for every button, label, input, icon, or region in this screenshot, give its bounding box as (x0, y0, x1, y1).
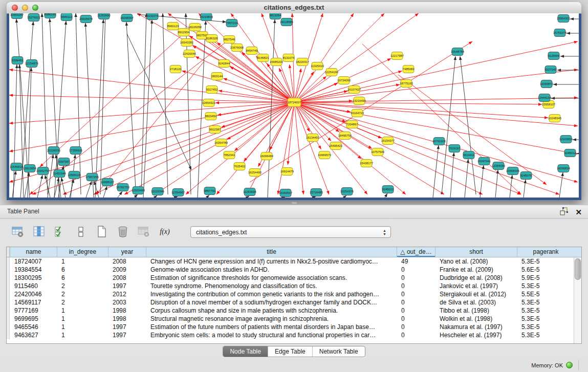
table-row[interactable]: 946554611997Estimation of the future num… (7, 323, 581, 331)
graph-node[interactable]: 12154876 (25, 60, 38, 68)
graph-node[interactable]: 8131074 (283, 54, 295, 62)
graph-node[interactable]: 7919197 (449, 145, 461, 152)
graph-node[interactable]: 8986160 (45, 13, 56, 18)
graph-node[interactable]: 16099484 (260, 152, 274, 160)
graph-node[interactable]: 16097041 (477, 158, 491, 165)
table-options-icon[interactable] (11, 225, 25, 238)
table-row[interactable]: 1872400712008Changes of HCN gene express… (7, 257, 581, 266)
tab-edge-table[interactable]: Edge Table (268, 346, 312, 357)
graph-node[interactable]: 20015678 (79, 15, 93, 23)
graph-node[interactable]: 13216490 (353, 97, 366, 105)
close-window-button[interactable] (12, 5, 18, 11)
graph-node[interactable]: 11546819 (10, 163, 23, 171)
table-row[interactable]: 969969511998Structural magnetic resonanc… (7, 315, 581, 323)
graph-node[interactable]: 9399481 (12, 57, 24, 64)
table-row[interactable]: 1938455462009Genome-wide association stu… (7, 266, 581, 274)
tab-node-table[interactable]: Node Table (223, 346, 268, 357)
select-attributes-icon[interactable] (53, 225, 67, 238)
graph-node[interactable]: 16354789 (214, 139, 228, 147)
graph-node[interactable]: 17359926 (69, 147, 82, 155)
graph-node[interactable]: 16033809 (200, 13, 213, 21)
graph-node[interactable]: 2803144 (211, 73, 223, 80)
graph-node[interactable]: 12254190 (325, 69, 338, 76)
table-row[interactable]: 977716911998Corpus callosum shape and si… (7, 307, 581, 315)
graph-node[interactable]: 16791906 (432, 138, 446, 145)
column-header-year[interactable]: year (108, 247, 146, 257)
rows-icon[interactable] (74, 225, 88, 238)
graph-node[interactable]: 12354090 (492, 162, 505, 170)
graph-node[interactable]: 16095834 (557, 165, 571, 172)
graph-node[interactable]: 17957255 (85, 173, 99, 181)
graph-node[interactable]: 16154377 (381, 137, 395, 145)
graph-node[interactable]: 22420046 (183, 50, 196, 58)
graph-node[interactable]: 12354987 (171, 189, 185, 196)
graph-node[interactable]: 9827546 (224, 36, 235, 43)
graph-node[interactable]: 18495754 (338, 132, 352, 140)
graph-node[interactable]: 15685203 (270, 58, 283, 66)
column-header-name[interactable]: name (10, 247, 57, 257)
graph-node[interactable]: 16107427 (347, 86, 361, 94)
graph-node[interactable]: 9146821 (257, 54, 269, 62)
graph-node[interactable]: 9646112 (61, 13, 72, 21)
graph-node[interactable]: 8823450 (205, 113, 217, 120)
graph-node[interactable]: 7857224 (226, 19, 238, 27)
column-header-title[interactable]: title (146, 247, 397, 257)
column-header-pagerank[interactable]: pagerank (517, 247, 574, 257)
graph-node[interactable]: 19218586 (280, 18, 293, 26)
graph-node[interactable]: 18775165 (400, 80, 413, 87)
graph-node[interactable]: 16782753 (116, 184, 129, 191)
graph-node[interactable]: 12923468 (132, 187, 145, 194)
scrollbar-thumb[interactable] (575, 258, 581, 280)
table-row[interactable]: 1456911722003Disruption of a novel membe… (7, 298, 581, 307)
graph-node[interactable]: 10958345 (506, 167, 519, 175)
graph-node[interactable]: 11451944 (53, 170, 66, 178)
graph-node[interactable]: 15751074 (553, 29, 567, 37)
close-panel-icon[interactable]: ✕ (575, 208, 582, 216)
graph-node[interactable]: 13942757 (36, 167, 50, 175)
graph-node[interactable]: 12093872 (540, 80, 553, 88)
table-row[interactable]: 2242004622012Investigating the contribut… (7, 290, 581, 298)
column-header-in_degree[interactable]: in_degree (57, 247, 108, 257)
graph-node[interactable]: 16254493 (248, 169, 262, 177)
graph-node[interactable]: 2718120 (170, 65, 182, 73)
graph-node[interactable]: 11325419 (311, 62, 323, 70)
graph-node[interactable]: 11253690 (97, 13, 110, 19)
new-table-icon[interactable] (95, 225, 108, 238)
graph-node[interactable]: 8960123 (167, 23, 179, 30)
graph-node[interactable]: 12103654 (559, 136, 573, 143)
graph-node[interactable]: 15134457 (306, 134, 319, 142)
memory-status-indicator[interactable] (566, 362, 573, 368)
delete-table-icon[interactable] (116, 225, 129, 238)
graph-node[interactable]: 16543382 (180, 39, 193, 47)
graph-node[interactable]: 12444134 (538, 94, 552, 102)
graph-node[interactable]: 7485083 (403, 65, 415, 73)
table-row[interactable]: 1830029562008Estimation of significance … (7, 274, 581, 282)
graph-node[interactable]: 13913954 (23, 165, 37, 172)
graph-node[interactable]: 12654321 (202, 99, 215, 107)
graph-node[interactable]: 12217987 (390, 52, 404, 60)
float-panel-icon[interactable] (559, 207, 568, 217)
graph-node[interactable]: 15495423 (329, 142, 342, 150)
graph-node[interactable]: 16914479 (280, 168, 294, 176)
graph-node[interactable]: 10653287 (10, 13, 24, 19)
graph-node[interactable]: 11253698 (243, 188, 256, 196)
graph-node[interactable]: 8454749 (246, 47, 258, 55)
graph-node[interactable]: 8813054 (270, 13, 281, 19)
graph-node[interactable]: 10757549 (371, 148, 384, 156)
column-header-short[interactable]: short (435, 247, 517, 257)
graph-node[interactable]: 9857791 (204, 187, 216, 195)
graph-node[interactable]: 7204867 (346, 121, 358, 128)
graph-node[interactable]: 7852341 (224, 151, 235, 159)
table-row[interactable]: 911546021997Tourette syndrome. Phenomeno… (7, 282, 581, 290)
graph-node[interactable]: 10969573 (318, 151, 331, 159)
graph-node[interactable]: 23676068 (230, 44, 244, 52)
graph-node[interactable]: 10254376 (340, 188, 354, 195)
graph-node[interactable]: 15716485 (310, 189, 323, 196)
graph-node[interactable]: 9245013 (382, 186, 394, 193)
graph-node[interactable]: 8186328 (206, 35, 218, 42)
graph-node[interactable]: 9912387 (209, 126, 221, 134)
graph-node[interactable]: 9317452 (206, 86, 218, 94)
graph-node[interactable]: 18226058 (188, 24, 202, 31)
graph-node[interactable]: 16164723 (351, 110, 364, 117)
graph-node[interactable]: 15276021 (27, 14, 40, 21)
